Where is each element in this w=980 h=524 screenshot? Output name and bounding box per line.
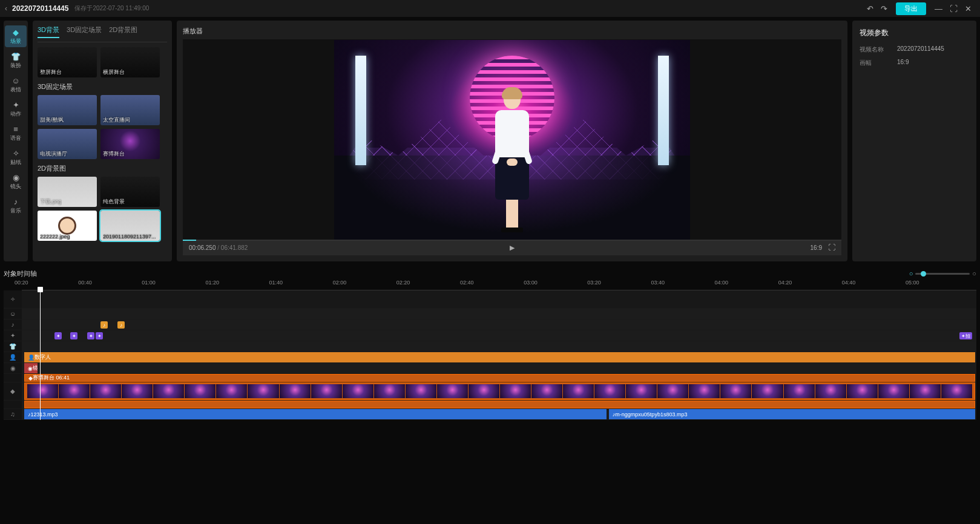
track-content[interactable]: [22, 341, 976, 352]
nav-action[interactable]: ✦ 动作: [5, 98, 27, 120]
track-voice-icon[interactable]: ♪: [4, 319, 22, 330]
stage-render: [334, 40, 690, 240]
marker[interactable]: ✦: [54, 332, 62, 339]
properties-panel: 视频参数 视频名称 20220720114445 画幅 16:9: [852, 21, 976, 261]
scene-thumb[interactable]: 甜美/酷飒: [38, 95, 97, 125]
scene-thumb[interactable]: 纯色背景: [100, 177, 160, 207]
audio-clip-1[interactable]: ♪ 12313.mp3: [24, 409, 607, 419]
costume-icon: 👕: [11, 52, 21, 61]
timeline-area: 对象时间轴 ○ ○ 00:20 00:40 01:00 01:20 01:40 …: [0, 265, 980, 519]
timeline-ruler[interactable]: 00:20 00:40 01:00 01:20 01:40 02:00 02:2…: [22, 280, 976, 290]
scene-thumb[interactable]: 222222.jpeg: [38, 211, 97, 241]
progress-bar[interactable]: [183, 240, 841, 241]
nav-costume[interactable]: 👕 装扮: [5, 50, 27, 71]
export-button[interactable]: 导出: [896, 2, 926, 15]
timeline-zoom: ○ ○: [909, 270, 976, 277]
track-empty-icon[interactable]: [4, 401, 22, 408]
audio-clip-2[interactable]: ♪ m-nggmpxu05tpyb1s803.mp3: [609, 409, 975, 419]
nav-camera[interactable]: ◉ 镜头: [5, 171, 27, 192]
camera-clip[interactable]: ◉镜: [24, 363, 38, 373]
nav-music[interactable]: ♪ 音乐: [5, 195, 27, 217]
scene-thumb[interactable]: 太空直播间: [100, 95, 160, 125]
section-title-2d-bg: 2D背景图: [38, 164, 167, 173]
track-audio-icon[interactable]: ♫: [4, 409, 22, 419]
nav-expression[interactable]: ☺ 表情: [5, 74, 27, 96]
track-row: ◆: [4, 382, 976, 401]
maximize-button[interactable]: ⛶: [950, 4, 958, 13]
nav-scene[interactable]: ◆ 场景: [5, 25, 27, 47]
track-content[interactable]: ◉镜: [22, 363, 976, 373]
track-content[interactable]: ♪ 12313.mp3 ♪ m-nggmpxu05tpyb1s803.mp3: [22, 409, 976, 419]
minimize-button[interactable]: —: [935, 4, 942, 13]
pillar-left: [355, 56, 366, 166]
scene-thumb[interactable]: 下载.png: [38, 177, 97, 207]
nav-label: 动作: [10, 110, 21, 118]
zoom-slider[interactable]: [915, 273, 970, 275]
track-row: ◉ ◉镜: [4, 363, 976, 374]
close-button[interactable]: ✕: [965, 4, 972, 13]
track-content[interactable]: ◆ 赛博舞台 06:41: [22, 374, 976, 382]
track-row: ✧: [4, 290, 976, 309]
scene-thumb-selected[interactable]: 2019011809211397...: [100, 211, 160, 241]
scene-thumb[interactable]: 整屏舞台: [38, 47, 97, 77]
asset-panel: 3D背景 3D固定场景 2D背景图 整屏舞台 横屏舞台 3D固定场景 甜美/酷飒…: [33, 21, 172, 261]
scene-filmstrip[interactable]: [24, 382, 975, 400]
track-row: ♫ ♪ 12313.mp3 ♪ m-nggmpxu05tpyb1s803.mp3: [4, 409, 976, 420]
preview-stage[interactable]: [183, 39, 841, 240]
filmstrip: [27, 384, 972, 398]
marker[interactable]: ✦: [70, 332, 77, 339]
left-nav: ◆ 场景 👕 装扮 ☺ 表情 ✦ 动作 ≡ 语音 ✧ 贴纸 ◉ 镜头 ♪ 音乐: [4, 21, 28, 261]
expression-icon: ☺: [12, 76, 19, 85]
track-camera-icon[interactable]: ◉: [4, 363, 22, 373]
marker[interactable]: ✦: [96, 332, 103, 339]
zoom-out-icon[interactable]: ○: [909, 270, 913, 277]
music-icon: ♪: [14, 197, 18, 206]
track-row: ◆ 赛博舞台 06:41: [4, 374, 976, 382]
back-button[interactable]: ‹: [5, 4, 7, 13]
track-costume-icon[interactable]: 👕: [4, 341, 22, 352]
marker[interactable]: ♪: [100, 321, 108, 329]
section-title-3d-fixed: 3D固定场景: [38, 82, 167, 91]
track-human-icon[interactable]: 👤: [4, 352, 22, 362]
track-expression-icon[interactable]: ☺: [4, 309, 22, 319]
track-content[interactable]: [22, 382, 976, 400]
track-scene-icon[interactable]: [4, 374, 22, 382]
redo-button[interactable]: ↷: [881, 4, 887, 13]
nav-label: 场景: [10, 38, 21, 45]
track-scene-frames-icon[interactable]: ◆: [4, 382, 22, 400]
nav-voice[interactable]: ≡ 语音: [5, 122, 27, 144]
fullscreen-button[interactable]: ⛶: [828, 243, 835, 252]
timeline-tracks: ✧ ☺ ♪ ♪ ♪ ✦ ✦ ✦ ✦ ✦ ✦ 招 👕: [4, 290, 976, 420]
scene-thumb[interactable]: 电视演播厅: [38, 129, 97, 159]
track-content[interactable]: 👤 数字人: [22, 352, 976, 362]
scene-thumb[interactable]: 赛博舞台: [100, 129, 160, 159]
track-content[interactable]: [22, 309, 976, 319]
voice-icon: ≡: [13, 125, 18, 134]
play-button[interactable]: ▶: [510, 244, 515, 252]
tab-3d-fixed[interactable]: 3D固定场景: [67, 25, 102, 38]
nav-sticker[interactable]: ✧ 贴纸: [5, 146, 27, 168]
action-icon: ✦: [13, 100, 19, 110]
track-content[interactable]: ♪ ♪: [22, 319, 976, 330]
scene-thumb[interactable]: 横屏舞台: [100, 47, 160, 77]
nav-label: 语音: [10, 134, 21, 142]
digital-human-clip[interactable]: 👤 数字人: [24, 352, 975, 362]
track-row: 👤 👤 数字人: [4, 352, 976, 363]
aspect-ratio: 16:9: [811, 244, 822, 251]
scene-clip-header[interactable]: ◆ 赛博舞台 06:41: [24, 374, 975, 382]
track-content[interactable]: ✦ ✦ ✦ ✦ ✦ 招: [22, 330, 976, 341]
end-marker[interactable]: ✦ 招: [959, 332, 972, 339]
zoom-in-icon[interactable]: ○: [972, 270, 976, 277]
track-content[interactable]: [22, 401, 976, 408]
track-content[interactable]: [22, 290, 976, 308]
undo-button[interactable]: ↶: [867, 4, 873, 13]
track-action-icon[interactable]: ✦: [4, 330, 22, 341]
marker[interactable]: ✦: [87, 332, 94, 339]
prop-name-label: 视频名称: [860, 45, 889, 54]
track-sticker-icon[interactable]: ✧: [4, 290, 22, 308]
tab-3d-bg[interactable]: 3D背景: [38, 25, 59, 38]
tab-2d-bg[interactable]: 2D背景图: [109, 25, 137, 38]
marker[interactable]: ♪: [117, 321, 125, 329]
scene-clip-footer[interactable]: [24, 401, 975, 408]
prop-ratio-value: 16:9: [897, 59, 909, 67]
